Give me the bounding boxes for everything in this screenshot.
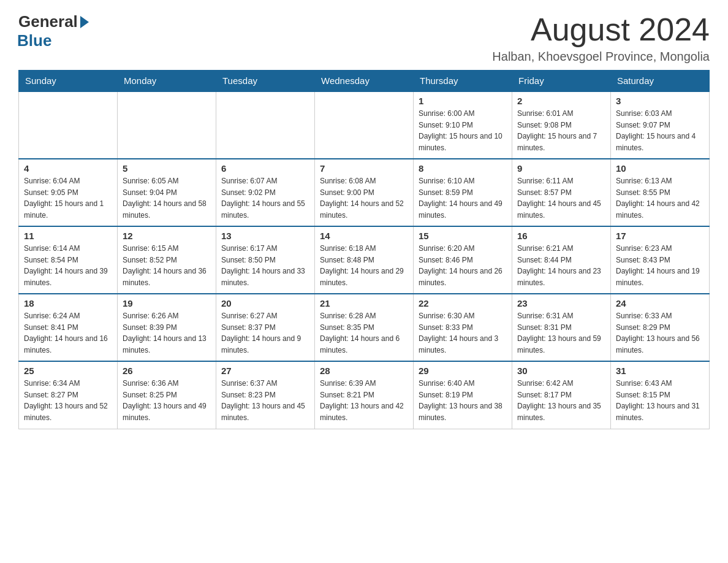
day-number: 8 bbox=[419, 163, 507, 174]
day-info: Sunrise: 6:43 AMSunset: 8:15 PMDaylight:… bbox=[616, 378, 704, 423]
col-monday: Monday bbox=[118, 71, 216, 92]
day-cell-4-4: 29Sunrise: 6:40 AMSunset: 8:19 PMDayligh… bbox=[414, 361, 512, 429]
day-number: 1 bbox=[419, 96, 507, 106]
day-info: Sunrise: 6:26 AMSunset: 8:39 PMDaylight:… bbox=[123, 310, 211, 356]
day-number: 14 bbox=[320, 231, 408, 241]
day-cell-3-5: 23Sunrise: 6:31 AMSunset: 8:31 PMDayligh… bbox=[512, 294, 611, 361]
col-friday: Friday bbox=[512, 71, 611, 92]
day-info: Sunrise: 6:17 AMSunset: 8:50 PMDaylight:… bbox=[221, 243, 309, 288]
logo-arrow-icon bbox=[80, 16, 89, 28]
day-info: Sunrise: 6:13 AMSunset: 8:55 PMDaylight:… bbox=[616, 175, 704, 221]
day-cell-1-1: 5Sunrise: 6:05 AMSunset: 9:04 PMDaylight… bbox=[118, 159, 216, 226]
day-number: 31 bbox=[616, 366, 704, 376]
day-number: 6 bbox=[221, 163, 309, 174]
day-cell-2-0: 11Sunrise: 6:14 AMSunset: 8:54 PMDayligh… bbox=[19, 226, 118, 294]
day-number: 2 bbox=[517, 96, 605, 106]
day-info: Sunrise: 6:33 AMSunset: 8:29 PMDaylight:… bbox=[616, 310, 704, 356]
week-row-3: 11Sunrise: 6:14 AMSunset: 8:54 PMDayligh… bbox=[19, 226, 710, 294]
day-cell-1-2: 6Sunrise: 6:07 AMSunset: 9:02 PMDaylight… bbox=[216, 159, 315, 226]
day-info: Sunrise: 6:21 AMSunset: 8:44 PMDaylight:… bbox=[517, 243, 605, 288]
day-info: Sunrise: 6:24 AMSunset: 8:41 PMDaylight:… bbox=[24, 310, 112, 356]
day-number: 19 bbox=[123, 298, 211, 308]
day-cell-2-4: 15Sunrise: 6:20 AMSunset: 8:46 PMDayligh… bbox=[414, 226, 512, 294]
day-info: Sunrise: 6:14 AMSunset: 8:54 PMDaylight:… bbox=[24, 243, 112, 288]
day-cell-1-5: 9Sunrise: 6:11 AMSunset: 8:57 PMDaylight… bbox=[512, 159, 611, 226]
day-cell-0-4: 1Sunrise: 6:00 AMSunset: 9:10 PMDaylight… bbox=[414, 91, 512, 159]
day-info: Sunrise: 6:08 AMSunset: 9:00 PMDaylight:… bbox=[320, 175, 408, 221]
day-info: Sunrise: 6:34 AMSunset: 8:27 PMDaylight:… bbox=[24, 378, 112, 423]
day-cell-3-4: 22Sunrise: 6:30 AMSunset: 8:33 PMDayligh… bbox=[414, 294, 512, 361]
day-number: 21 bbox=[320, 298, 408, 308]
day-cell-0-5: 2Sunrise: 6:01 AMSunset: 9:08 PMDaylight… bbox=[512, 91, 611, 159]
day-info: Sunrise: 6:07 AMSunset: 9:02 PMDaylight:… bbox=[221, 175, 309, 221]
month-title: August 2024 bbox=[492, 12, 710, 47]
day-number: 26 bbox=[123, 366, 211, 376]
col-wednesday: Wednesday bbox=[315, 71, 414, 92]
day-number: 16 bbox=[517, 231, 605, 241]
day-info: Sunrise: 6:39 AMSunset: 8:21 PMDaylight:… bbox=[320, 378, 408, 423]
day-info: Sunrise: 6:05 AMSunset: 9:04 PMDaylight:… bbox=[123, 175, 211, 221]
day-number: 10 bbox=[616, 163, 704, 174]
day-number: 12 bbox=[123, 231, 211, 241]
day-cell-3-3: 21Sunrise: 6:28 AMSunset: 8:35 PMDayligh… bbox=[315, 294, 414, 361]
week-row-1: 1Sunrise: 6:00 AMSunset: 9:10 PMDaylight… bbox=[19, 91, 710, 159]
day-info: Sunrise: 6:10 AMSunset: 8:59 PMDaylight:… bbox=[419, 175, 507, 221]
day-cell-1-3: 7Sunrise: 6:08 AMSunset: 9:00 PMDaylight… bbox=[315, 159, 414, 226]
calendar-table: Sunday Monday Tuesday Wednesday Thursday… bbox=[18, 70, 710, 429]
logo-text: General bbox=[18, 12, 89, 31]
day-info: Sunrise: 6:20 AMSunset: 8:46 PMDaylight:… bbox=[419, 243, 507, 288]
day-cell-2-3: 14Sunrise: 6:18 AMSunset: 8:48 PMDayligh… bbox=[315, 226, 414, 294]
day-info: Sunrise: 6:11 AMSunset: 8:57 PMDaylight:… bbox=[517, 175, 605, 221]
day-cell-2-2: 13Sunrise: 6:17 AMSunset: 8:50 PMDayligh… bbox=[216, 226, 315, 294]
day-info: Sunrise: 6:40 AMSunset: 8:19 PMDaylight:… bbox=[419, 378, 507, 423]
col-saturday: Saturday bbox=[611, 71, 710, 92]
day-info: Sunrise: 6:42 AMSunset: 8:17 PMDaylight:… bbox=[517, 378, 605, 423]
day-number: 13 bbox=[221, 231, 309, 241]
day-number: 24 bbox=[616, 298, 704, 308]
day-info: Sunrise: 6:37 AMSunset: 8:23 PMDaylight:… bbox=[221, 378, 309, 423]
day-number: 22 bbox=[419, 298, 507, 308]
page-header: General Blue August 2024 Halban, Khoevsg… bbox=[18, 12, 710, 64]
day-cell-4-2: 27Sunrise: 6:37 AMSunset: 8:23 PMDayligh… bbox=[216, 361, 315, 429]
day-cell-4-3: 28Sunrise: 6:39 AMSunset: 8:21 PMDayligh… bbox=[315, 361, 414, 429]
day-number: 9 bbox=[517, 163, 605, 174]
day-cell-1-4: 8Sunrise: 6:10 AMSunset: 8:59 PMDaylight… bbox=[414, 159, 512, 226]
day-number: 23 bbox=[517, 298, 605, 308]
day-number: 17 bbox=[616, 231, 704, 241]
day-number: 18 bbox=[24, 298, 112, 308]
col-sunday: Sunday bbox=[19, 71, 118, 92]
day-cell-0-6: 3Sunrise: 6:03 AMSunset: 9:07 PMDaylight… bbox=[611, 91, 710, 159]
day-cell-0-1 bbox=[118, 91, 216, 159]
day-number: 20 bbox=[221, 298, 309, 308]
day-info: Sunrise: 6:28 AMSunset: 8:35 PMDaylight:… bbox=[320, 310, 408, 356]
day-cell-4-6: 31Sunrise: 6:43 AMSunset: 8:15 PMDayligh… bbox=[611, 361, 710, 429]
logo: General Blue bbox=[18, 12, 89, 50]
day-cell-3-2: 20Sunrise: 6:27 AMSunset: 8:37 PMDayligh… bbox=[216, 294, 315, 361]
day-info: Sunrise: 6:27 AMSunset: 8:37 PMDaylight:… bbox=[221, 310, 309, 356]
day-cell-4-1: 26Sunrise: 6:36 AMSunset: 8:25 PMDayligh… bbox=[118, 361, 216, 429]
day-number: 25 bbox=[24, 366, 112, 376]
week-row-5: 25Sunrise: 6:34 AMSunset: 8:27 PMDayligh… bbox=[19, 361, 710, 429]
day-cell-4-5: 30Sunrise: 6:42 AMSunset: 8:17 PMDayligh… bbox=[512, 361, 611, 429]
day-number: 15 bbox=[419, 231, 507, 241]
col-tuesday: Tuesday bbox=[216, 71, 315, 92]
day-number: 5 bbox=[123, 163, 211, 174]
day-info: Sunrise: 6:03 AMSunset: 9:07 PMDaylight:… bbox=[616, 108, 704, 153]
day-number: 29 bbox=[419, 366, 507, 376]
day-info: Sunrise: 6:00 AMSunset: 9:10 PMDaylight:… bbox=[419, 108, 507, 153]
day-number: 28 bbox=[320, 366, 408, 376]
week-row-4: 18Sunrise: 6:24 AMSunset: 8:41 PMDayligh… bbox=[19, 294, 710, 361]
day-number: 27 bbox=[221, 366, 309, 376]
col-thursday: Thursday bbox=[414, 71, 512, 92]
logo-general-text: General bbox=[18, 12, 78, 31]
day-number: 30 bbox=[517, 366, 605, 376]
day-info: Sunrise: 6:18 AMSunset: 8:48 PMDaylight:… bbox=[320, 243, 408, 288]
day-number: 7 bbox=[320, 163, 408, 174]
day-cell-2-5: 16Sunrise: 6:21 AMSunset: 8:44 PMDayligh… bbox=[512, 226, 611, 294]
day-info: Sunrise: 6:01 AMSunset: 9:08 PMDaylight:… bbox=[517, 108, 605, 153]
day-cell-3-6: 24Sunrise: 6:33 AMSunset: 8:29 PMDayligh… bbox=[611, 294, 710, 361]
day-cell-0-2 bbox=[216, 91, 315, 159]
day-cell-4-0: 25Sunrise: 6:34 AMSunset: 8:27 PMDayligh… bbox=[19, 361, 118, 429]
calendar-header-row: Sunday Monday Tuesday Wednesday Thursday… bbox=[19, 71, 710, 92]
day-cell-1-0: 4Sunrise: 6:04 AMSunset: 9:05 PMDaylight… bbox=[19, 159, 118, 226]
